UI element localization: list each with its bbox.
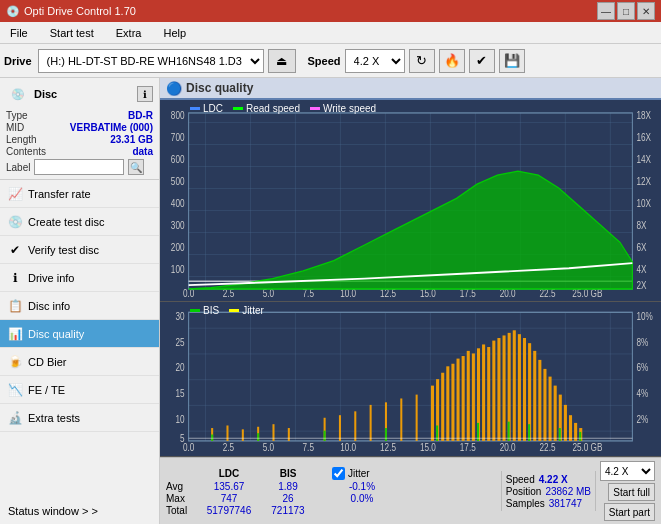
svg-rect-75 [467, 351, 470, 441]
svg-text:15.0: 15.0 [420, 442, 436, 453]
disc-length-row: Length 23.31 GB [6, 134, 153, 145]
disc-info-table: Type BD-R MID VERBATIMe (000) Length 23.… [6, 110, 153, 175]
contents-val: data [132, 146, 153, 157]
bis-avg: 1.89 [262, 481, 314, 492]
verify-button[interactable]: ✔ [469, 49, 495, 73]
svg-rect-76 [472, 353, 475, 440]
svg-text:4%: 4% [636, 388, 648, 399]
drive-select[interactable]: (H:) HL-DT-ST BD-RE WH16NS48 1.D3 [38, 49, 264, 73]
svg-rect-99 [257, 433, 259, 441]
svg-text:800: 800 [171, 111, 185, 122]
burn-button[interactable]: 🔥 [439, 49, 465, 73]
eject-button[interactable]: ⏏ [268, 49, 296, 73]
position-label: Position [506, 486, 542, 497]
svg-rect-73 [457, 358, 460, 440]
svg-text:16X: 16X [636, 133, 651, 144]
sidebar-item-fe-te[interactable]: 📉 FE / TE [0, 376, 159, 404]
close-button[interactable]: ✕ [637, 2, 655, 20]
sidebar-item-drive-info[interactable]: ℹ Drive info [0, 264, 159, 292]
svg-rect-78 [482, 344, 485, 440]
svg-rect-89 [538, 360, 541, 441]
cd-bier-icon: 🍺 [8, 355, 22, 369]
svg-rect-101 [385, 428, 387, 441]
legend-write-speed-label: Write speed [323, 103, 376, 114]
label-key: Label [6, 162, 30, 173]
disc-label-input[interactable] [34, 159, 124, 175]
menu-start-test[interactable]: Start test [44, 25, 100, 41]
samples-row: Samples 381747 [506, 498, 591, 509]
svg-rect-106 [559, 428, 561, 441]
transfer-rate-label: Transfer rate [28, 188, 91, 200]
refresh-button[interactable]: ↻ [409, 49, 435, 73]
create-test-disc-label: Create test disc [28, 216, 104, 228]
titlebar-controls: — □ ✕ [597, 2, 655, 20]
stats-table: LDC BIS Jitter Avg 135.67 1.89 -0.1% [166, 467, 497, 516]
svg-rect-80 [492, 340, 495, 440]
legend-ldc-label: LDC [203, 103, 223, 114]
ldc-avg: 135.67 [198, 481, 260, 492]
sidebar-item-cd-bier[interactable]: 🍺 CD Bier [0, 348, 159, 376]
svg-text:10.0: 10.0 [340, 442, 356, 453]
svg-text:200: 200 [171, 243, 185, 254]
sidebar-item-transfer-rate[interactable]: 📈 Transfer rate [0, 180, 159, 208]
legend-ldc: LDC [190, 103, 223, 114]
save-button[interactable]: 💾 [499, 49, 525, 73]
sidebar-item-verify-test-disc[interactable]: ✔ Verify test disc [0, 236, 159, 264]
cd-bier-label: CD Bier [28, 356, 67, 368]
svg-rect-81 [497, 338, 500, 441]
svg-text:7.5: 7.5 [303, 442, 314, 453]
svg-rect-66 [400, 398, 402, 440]
disc-section-title: Disc [34, 88, 57, 100]
svg-rect-71 [446, 366, 449, 441]
verify-test-disc-label: Verify test disc [28, 244, 99, 256]
svg-text:20.0: 20.0 [500, 442, 516, 453]
disc-icon: 💿 [6, 82, 30, 106]
sidebar-item-extra-tests[interactable]: 🔬 Extra tests [0, 404, 159, 432]
sidebar-item-create-test-disc[interactable]: 💿 Create test disc [0, 208, 159, 236]
transfer-rate-icon: 📈 [8, 187, 22, 201]
chart2-legend: BIS Jitter [190, 305, 264, 316]
contents-key: Contents [6, 146, 46, 157]
sidebar-item-disc-info[interactable]: 📋 Disc info [0, 292, 159, 320]
maximize-button[interactable]: □ [617, 2, 635, 20]
extra-tests-icon: 🔬 [8, 411, 22, 425]
legend-bis: BIS [190, 305, 219, 316]
jitter-header-label: Jitter [348, 468, 370, 479]
svg-text:30: 30 [175, 311, 184, 322]
menu-help[interactable]: Help [157, 25, 192, 41]
create-test-disc-icon: 💿 [8, 215, 22, 229]
svg-text:10%: 10% [636, 311, 652, 322]
status-window-button[interactable]: Status window > > [0, 498, 159, 524]
main: 💿 Disc ℹ Type BD-R MID VERBATIMe (000) L… [0, 78, 661, 524]
jitter-avg: -0.1% [332, 481, 392, 492]
stats-header-row: LDC BIS Jitter [166, 467, 497, 480]
jitter-checkbox[interactable] [332, 467, 345, 480]
svg-text:6%: 6% [636, 362, 648, 373]
svg-rect-86 [523, 338, 526, 441]
sidebar: 💿 Disc ℹ Type BD-R MID VERBATIMe (000) L… [0, 78, 160, 524]
menu-extra[interactable]: Extra [110, 25, 148, 41]
legend-read-speed: Read speed [233, 103, 300, 114]
disc-label-btn[interactable]: 🔍 [128, 159, 144, 175]
start-part-button[interactable]: Start part [604, 503, 655, 521]
position-row: Position 23862 MB [506, 486, 591, 497]
sidebar-item-disc-quality[interactable]: 📊 Disc quality [0, 320, 159, 348]
bis-max: 26 [262, 493, 314, 504]
disc-info-button[interactable]: ℹ [137, 86, 153, 102]
menu-file[interactable]: File [4, 25, 34, 41]
svg-rect-72 [451, 363, 454, 440]
jitter-max: 0.0% [332, 493, 392, 504]
disc-info-icon: 📋 [8, 299, 22, 313]
minimize-button[interactable]: — [597, 2, 615, 20]
total-label: Total [166, 505, 196, 516]
speed-label: Speed [308, 55, 341, 67]
dq-icon: 🔵 [166, 81, 182, 96]
svg-text:2%: 2% [636, 414, 648, 425]
svg-rect-63 [354, 411, 356, 441]
speed-select-stats[interactable]: 4.2 X [600, 461, 655, 481]
speed-select[interactable]: 4.2 X [345, 49, 405, 73]
svg-rect-90 [543, 369, 546, 441]
start-full-button[interactable]: Start full [608, 483, 655, 501]
app-icon: 💿 [6, 5, 20, 18]
verify-test-disc-icon: ✔ [8, 243, 22, 257]
